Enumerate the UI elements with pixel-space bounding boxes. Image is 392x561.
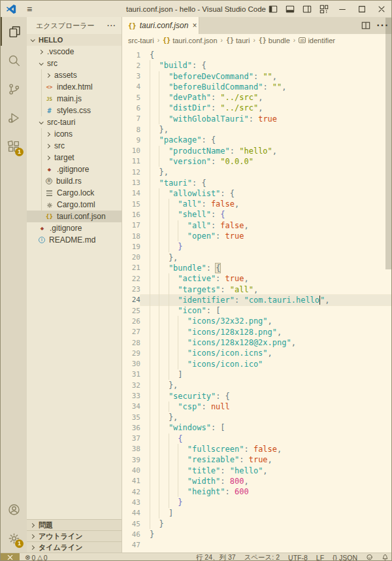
activity-extensions[interactable]: 1 [1,132,27,161]
status-encoding[interactable]: UTF-8 [288,554,308,561]
remote-indicator[interactable] [1,553,20,561]
tree-item-src[interactable]: src [27,140,122,152]
code-line-3[interactable]: 3"beforeDevCommand": "", [122,71,391,82]
code-line-22[interactable]: 22"active": true, [122,273,391,284]
code-line-4[interactable]: 4"beforeBuildCommand": "", [122,82,391,92]
breadcrumb-src-tauri[interactable]: src-tauri [128,37,154,44]
activity-explorer[interactable] [1,17,27,46]
tree-item-styles.css[interactable]: #styles.css [27,105,122,116]
code-line-17[interactable]: 17"all": false, [122,220,391,231]
activity-search[interactable] [1,46,27,75]
tab-tauri-conf-json[interactable]: {} tauri.conf.json × [122,17,199,34]
code-line-29[interactable]: 29"icons/icon.icns", [122,348,391,358]
code-line-38[interactable]: 38"fullscreen": false, [122,444,391,454]
status-eol[interactable]: LF [316,554,324,561]
code-line-39[interactable]: 39"resizable": true, [122,454,391,465]
code-line-8[interactable]: 8}, [122,124,391,135]
code-line-15[interactable]: 15"all": false, [122,199,391,209]
code-line-47[interactable]: 47 [122,540,391,551]
activity-run-debug[interactable] [1,103,27,132]
code-line-34[interactable]: 34"csp": null [122,401,391,412]
minimize-icon[interactable] [333,1,352,17]
breadcrumb-bundle[interactable]: {}bundle [259,37,290,44]
code-line-31[interactable]: 31] [122,369,391,380]
editor-scrollbar[interactable] [385,18,391,269]
layout-customize-icon[interactable] [316,1,333,17]
code-line-36[interactable]: 36"windows": [ [122,422,391,433]
code-line-7[interactable]: 7"withGlobalTauri": true [122,114,391,124]
code-line-23[interactable]: 23"targets": "all", [122,284,391,295]
tree-item-assets[interactable]: assets [27,69,122,81]
code-line-10[interactable]: 10"productName": "hello", [122,146,391,156]
code-line-41[interactable]: 41"width": 800, [122,476,391,486]
tree-item-src[interactable]: src [27,58,122,69]
tree-item-main.js[interactable]: JSmain.js [27,93,122,105]
code-line-9[interactable]: 9"package": { [122,135,391,145]
code-line-5[interactable]: 5"devPath": "../src", [122,92,391,103]
code-line-11[interactable]: 11"version": "0.0.0" [122,156,391,167]
status-language-mode[interactable]: {} JSON [333,554,357,561]
tree-item-index.html[interactable]: <>index.html [27,81,122,93]
activity-account[interactable] [1,495,27,524]
layout-sidebar-left-icon[interactable] [265,1,282,17]
code-line-6[interactable]: 6"distDir": "../src", [122,103,391,113]
feedback-icon[interactable] [366,554,373,561]
code-line-37[interactable]: 37{ [122,434,391,444]
code-line-28[interactable]: 28"icons/128x128@2x.png", [122,337,391,348]
breadcrumb-tauri.conf.json[interactable]: {}tauri.conf.json [163,37,218,44]
code-line-19[interactable]: 19} [122,241,391,252]
tree-item-build.rs[interactable]: Rbuild.rs [27,175,122,187]
tree-item-target[interactable]: target [27,152,122,163]
breadcrumb-identifier[interactable]: abidentifier [299,37,335,44]
code-line-35[interactable]: 35}, [122,412,391,422]
breadcrumb-tauri[interactable]: {}tauri [226,37,250,44]
problems-status[interactable]: ⊗ 0 △ 0 [25,554,48,561]
split-editor-icon[interactable] [357,17,374,34]
code-line-30[interactable]: 30"icons/icon.ico" [122,359,391,369]
code-line-16[interactable]: 16"shell": { [122,209,391,220]
section-問題[interactable]: 問題 [27,519,122,530]
code-line-12[interactable]: 12}, [122,167,391,177]
tree-item-Cargo.lock[interactable]: Cargo.lock [27,187,122,199]
activity-source-control[interactable] [1,75,27,103]
code-line-27[interactable]: 27"icons/128x128.png", [122,327,391,337]
code-line-18[interactable]: 18"open": true [122,231,391,241]
code-line-40[interactable]: 40"title": "hello", [122,466,391,476]
tree-item-README.md[interactable]: iREADME.md [27,234,122,246]
tree-item-tauri.conf.json[interactable]: {}tauri.conf.json [27,211,122,222]
code-line-1[interactable]: 1{ [122,50,391,60]
explorer-more-actions-icon[interactable]: ··· [107,22,116,29]
code-line-25[interactable]: 25"icon": [ [122,305,391,316]
close-icon[interactable] [372,1,391,17]
code-editor[interactable]: 1{2"build": {3"beforeDevCommand": "",4"b… [122,46,391,552]
code-line-46[interactable]: 46} [122,529,391,539]
tree-item-src-tauri[interactable]: src-tauri [27,116,122,128]
code-line-26[interactable]: 26"icons/32x32.png", [122,316,391,326]
status-indentation[interactable]: スペース: 2 [244,553,280,561]
code-line-43[interactable]: 43} [122,497,391,507]
code-line-24[interactable]: 24"identifier": "com.tauri.hello", [122,295,391,305]
section-アウトライン[interactable]: アウトライン [27,530,122,541]
code-line-20[interactable]: 20}, [122,252,391,263]
tree-item-Cargo.toml[interactable]: Cargo.toml [27,199,122,211]
layout-sidebar-right-icon[interactable] [299,1,316,17]
layout-panel-icon[interactable] [282,1,299,17]
code-line-21[interactable]: 21"bundle": { [122,263,391,273]
section-タイムライン[interactable]: タイムライン [27,541,122,552]
workspace-root-folder[interactable]: HELLO [27,34,122,46]
code-line-44[interactable]: 44] [122,508,391,518]
close-tab-icon[interactable]: × [192,21,197,30]
code-line-33[interactable]: 33"security": { [122,391,391,401]
maximize-icon[interactable] [352,1,372,17]
tree-item-.gitignore[interactable]: ◆.gitignore [27,222,122,234]
tree-item-.gitignore[interactable]: ◆.gitignore [27,163,122,175]
code-line-42[interactable]: 42"height": 600 [122,486,391,497]
status-cursor-position[interactable]: 行 24、列 37 [196,553,236,561]
bell-icon[interactable] [382,554,389,561]
tree-item-icons[interactable]: icons [27,128,122,140]
activity-settings[interactable]: 1 [1,524,27,552]
code-line-45[interactable]: 45} [122,518,391,529]
tree-item-.vscode[interactable]: .vscode [27,46,122,58]
code-line-14[interactable]: 14"allowlist": { [122,188,391,199]
menu-icon[interactable]: ≡ [22,4,37,14]
